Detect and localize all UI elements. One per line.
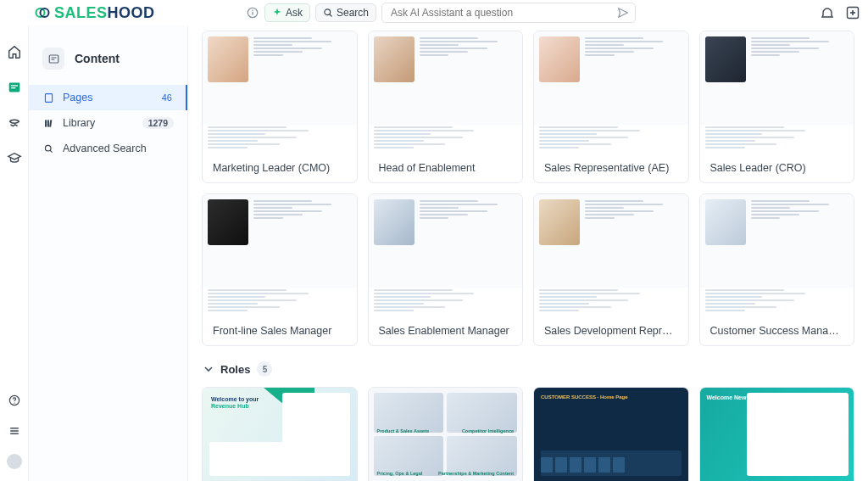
persona-photo [539,199,580,245]
role-card[interactable]: CUSTOMER SUCCESS · Home PageCustomer Suc… [533,387,689,481]
topbar: SALESHOOD Ask Search [0,0,868,25]
svg-rect-21 [45,93,52,102]
search-label: Search [337,7,369,19]
thumb-body [203,125,357,154]
thumb-lines [751,36,849,120]
content-header-icon [42,48,64,70]
rail [0,25,29,481]
search-sm-icon [42,143,54,154]
role-card[interactable]: Product & Sales AssetsCompetitor Intelli… [368,387,524,481]
sparkle-icon [272,8,282,18]
sidebar-item-label: Pages [63,92,92,103]
persona-title: Customer Success Manager [700,316,854,345]
svg-rect-3 [252,12,253,15]
persona-photo [374,36,415,82]
ask-label: Ask [286,7,303,19]
page-icon [42,92,54,103]
content-icon[interactable] [7,80,22,95]
persona-thumb [534,31,688,154]
home-icon[interactable] [7,44,22,59]
topbar-search-cluster: Ask Search [246,3,636,23]
role-thumb: Product & Sales AssetsCompetitor Intelli… [369,388,523,481]
persona-photo [705,36,746,82]
logo[interactable]: SALESHOOD [34,4,155,22]
persona-card[interactable]: Marketing Leader (CMO) [202,31,358,183]
role-card[interactable]: Welcome New Hires!New Hire Sales Onboard… [699,387,855,481]
roles-count: 5 [257,361,272,377]
persona-thumb [369,31,523,154]
svg-line-26 [50,150,52,152]
role-card[interactable]: Welcome to yourRevenue HubAccount Execut… [202,387,358,481]
thumb-lines [253,199,352,282]
svg-point-25 [45,145,51,151]
persona-photo [208,199,248,245]
svg-rect-23 [47,120,48,126]
send-icon[interactable] [617,7,629,19]
ai-search-input[interactable] [381,3,636,23]
persona-grid: Marketing Leader (CMO) Head of Enablemen… [202,31,854,346]
ask-button[interactable]: Ask [264,3,310,22]
thumb-body [369,288,523,316]
thumb-body [369,125,523,154]
thumb-body [534,288,688,316]
svg-line-6 [330,14,332,17]
library-count: 1279 [142,117,174,129]
role-thumb: Welcome to yourRevenue Hub [203,388,357,481]
persona-thumb [700,31,854,154]
persona-card[interactable]: Sales Development Representativ... [533,193,689,346]
thumb-lines [751,199,849,282]
thumb-body [700,288,854,316]
roles-grid: Welcome to yourRevenue HubAccount Execut… [202,387,854,481]
persona-title: Sales Development Representativ... [534,316,688,345]
persona-photo [705,199,746,245]
sidebar-item-library[interactable]: Library 1279 [29,110,187,136]
help-icon[interactable] [7,393,22,408]
persona-card[interactable]: Customer Success Manager [699,193,855,346]
thumb-lines [253,36,352,120]
persona-title: Head of Enablement [369,154,523,182]
notifications-icon[interactable] [821,6,834,20]
sidebar: Content Pages 46 Library 1279 Advanced S… [29,25,188,481]
learning-icon[interactable] [7,151,22,166]
persona-card[interactable]: Sales Enablement Manager [368,193,524,346]
roles-section-head[interactable]: Roles 5 [203,361,854,377]
search-button[interactable]: Search [315,3,376,22]
role-thumb: CUSTOMER SUCCESS · Home Page [534,388,688,481]
persona-thumb [700,194,854,316]
main: Marketing Leader (CMO) Head of Enablemen… [188,25,868,481]
svg-point-4 [252,10,253,12]
svg-rect-22 [45,120,47,126]
persona-card[interactable]: Sales Representative (AE) [533,31,689,183]
persona-title: Sales Leader (CRO) [700,154,854,182]
magnifier-icon [323,8,333,18]
persona-title: Front-line Sales Manager [203,316,357,345]
coaching-icon[interactable] [7,115,22,131]
roles-title: Roles [220,363,250,376]
menu-icon[interactable] [7,423,22,439]
sidebar-item-advanced-search[interactable]: Advanced Search [29,136,187,161]
thumb-body [700,125,854,154]
chevron-down-icon [203,364,214,374]
persona-photo [208,36,248,82]
svg-point-14 [14,403,14,404]
sidebar-item-pages[interactable]: Pages 46 [29,85,187,110]
add-icon[interactable] [846,6,860,20]
svg-rect-12 [10,87,14,88]
persona-thumb [203,31,357,154]
persona-card[interactable]: Front-line Sales Manager [202,193,358,346]
pages-count: 46 [162,92,172,103]
sidebar-item-label: Library [63,117,95,129]
persona-title: Sales Enablement Manager [369,316,523,345]
persona-thumb [203,194,357,316]
library-icon [42,117,54,129]
persona-card[interactable]: Sales Leader (CRO) [699,31,855,183]
svg-point-5 [325,9,331,15]
persona-title: Sales Representative (AE) [534,154,688,182]
persona-card[interactable]: Head of Enablement [368,31,524,183]
persona-thumb [369,194,523,316]
thumb-lines [585,36,683,120]
sidebar-header: Content [29,39,187,85]
user-avatar[interactable] [7,454,22,469]
info-icon[interactable] [246,6,259,20]
persona-title: Marketing Leader (CMO) [203,154,357,182]
